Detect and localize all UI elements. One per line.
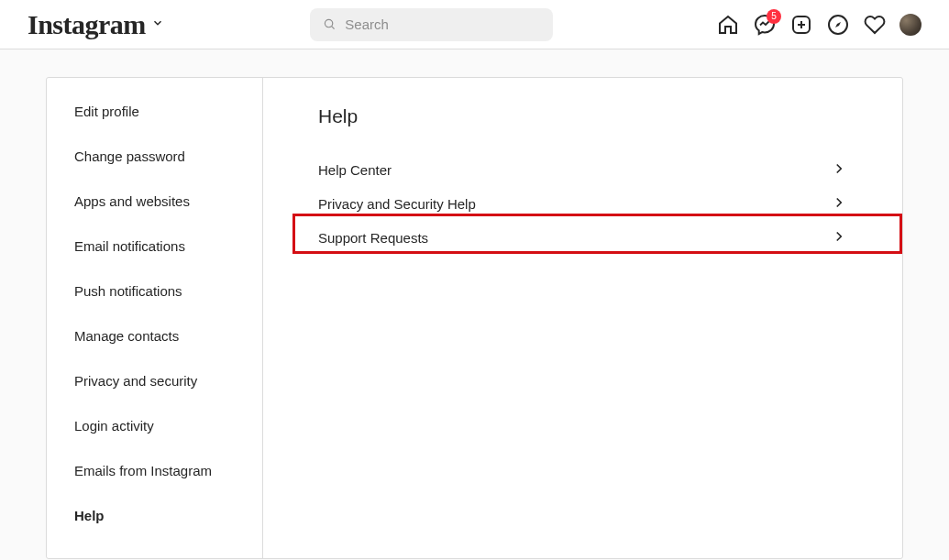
settings-sidebar: Edit profile Change password Apps and we… (47, 78, 263, 558)
sidebar-item-login-activity[interactable]: Login activity (47, 403, 262, 448)
instagram-logo[interactable]: Instagram (28, 9, 146, 40)
option-label: Help Center (318, 162, 392, 178)
sidebar-item-manage-contacts[interactable]: Manage contacts (47, 313, 262, 358)
search-box[interactable] (310, 8, 553, 41)
settings-container: Edit profile Change password Apps and we… (46, 77, 903, 559)
messenger-icon[interactable]: 5 (753, 13, 777, 37)
svg-line-1 (332, 26, 335, 28)
new-post-icon[interactable] (789, 13, 813, 37)
help-option-help-center[interactable]: Help Center (318, 153, 847, 187)
option-label: Support Requests (318, 230, 428, 246)
activity-heart-icon[interactable] (863, 13, 887, 37)
search-container (310, 8, 553, 41)
svg-marker-6 (835, 22, 841, 27)
chevron-right-icon (831, 228, 847, 247)
sidebar-item-edit-profile[interactable]: Edit profile (47, 89, 262, 134)
option-label: Privacy and Security Help (318, 196, 476, 212)
sidebar-item-email-notifications[interactable]: Email notifications (47, 224, 262, 269)
sidebar-item-change-password[interactable]: Change password (47, 134, 262, 179)
sidebar-item-help[interactable]: Help (47, 493, 262, 538)
chevron-down-icon[interactable] (151, 16, 164, 33)
sidebar-item-apps-websites[interactable]: Apps and websites (47, 179, 262, 224)
messenger-badge: 5 (767, 9, 781, 24)
nav-icons: 5 (716, 13, 921, 37)
app-header: Instagram 5 (0, 0, 949, 49)
chevron-right-icon (831, 194, 847, 214)
sidebar-item-privacy-security[interactable]: Privacy and security (47, 358, 262, 403)
home-icon[interactable] (716, 13, 740, 37)
settings-main: Help Help Center Privacy and Security He… (263, 78, 902, 558)
sidebar-item-emails-instagram[interactable]: Emails from Instagram (47, 448, 262, 493)
help-option-support-requests[interactable]: Support Requests (318, 221, 847, 255)
search-icon (323, 17, 336, 32)
brand-group: Instagram (28, 9, 303, 40)
svg-point-0 (325, 19, 332, 27)
page-title: Help (318, 105, 847, 127)
search-input[interactable] (345, 16, 540, 32)
help-option-privacy-security[interactable]: Privacy and Security Help (318, 187, 847, 221)
sidebar-item-push-notifications[interactable]: Push notifications (47, 269, 262, 313)
avatar[interactable] (899, 14, 921, 36)
chevron-right-icon (831, 160, 847, 180)
explore-icon[interactable] (826, 13, 850, 37)
